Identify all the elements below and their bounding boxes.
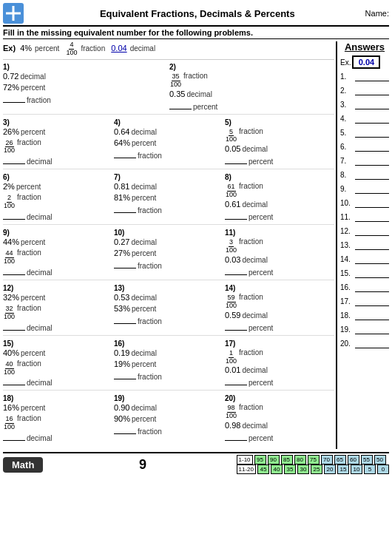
problem-num-5: 5) <box>225 118 334 126</box>
page-title: Equivalent Fractions, Decimals & Percent… <box>30 8 365 19</box>
score-table: 1-10 95 90 85 80 75 70 65 60 55 50 11-20… <box>237 455 389 474</box>
problem-block-14: 14) 59100fraction 0.59decimal percent <box>225 284 334 333</box>
p1-item3: fraction <box>3 94 168 104</box>
problem-num-1: 1) <box>3 63 168 71</box>
page: Equivalent Fractions, Decimals & Percent… <box>0 0 392 554</box>
ex-percent-type: percent <box>35 44 59 53</box>
p2-item2: 0.35 decimal <box>169 89 334 100</box>
footer: Math 9 1-10 95 90 85 80 75 70 65 60 55 5… <box>3 452 389 474</box>
ex-percent-val: 4% <box>20 44 32 53</box>
logo-icon <box>3 3 24 24</box>
ex-decimal-answer: 0.04 <box>111 44 126 53</box>
problem-block-9: 9) 44%percent 44100fraction decimal <box>3 229 112 277</box>
problem-block-18: 18) 16%percent 16100fraction decimal <box>3 394 112 443</box>
answers-title: Answers <box>340 41 389 53</box>
answer-ex-label: Ex. <box>340 58 351 67</box>
problem-block-20: 20) 98100fraction 0.98decimal percent <box>225 394 334 443</box>
problem-block-12: 12) 32%percent 32100fraction decimal <box>3 284 112 333</box>
problem-block-3: 3) 26%percent 26100fraction decimal <box>3 118 112 167</box>
problem-block-7: 7) 0.81decimal 81%percent fraction <box>114 173 223 222</box>
ex-decimal-type: decimal <box>130 44 155 53</box>
ex-fraction: 4 100 <box>65 41 78 57</box>
score-row-1: 1-10 95 90 85 80 75 70 65 60 55 50 <box>237 455 389 465</box>
answer-example-row: Ex. 0.04 <box>340 55 389 69</box>
answer-example-value: 0.04 <box>352 55 380 69</box>
problem-block-6: 6) 2%percent 2100fraction decimal <box>3 173 112 222</box>
problem-block-11: 11) 3100fraction 0.03decimal percent <box>225 229 334 277</box>
problem-block-4: 4) 0.64decimal 64%percent fraction <box>114 118 223 167</box>
page-number: 9 <box>49 457 236 473</box>
content-area: Ex) 4% percent 4 100 fraction 0.04 decim… <box>3 41 389 449</box>
problem-block-17: 17) 1100fraction 0.01decimal percent <box>225 340 334 388</box>
header: Equivalent Fractions, Decimals & Percent… <box>3 3 389 27</box>
instructions: Fill in the missing equivalent number fo… <box>3 28 389 39</box>
p1-item1: 0.72 decimal <box>3 72 168 82</box>
p2-item1: 35100 fraction <box>169 72 334 89</box>
problem-block-10: 10) 0.27decimal 27%percent fraction <box>114 229 223 277</box>
math-label: Math <box>3 457 43 473</box>
problem-block-5: 5) 5100fraction 0.05decimal percent <box>225 118 334 167</box>
problems-area: Ex) 4% percent 4 100 fraction 0.04 decim… <box>3 41 336 449</box>
example-label: Ex) <box>3 44 16 53</box>
name-label: Name: <box>365 9 389 18</box>
p1-item2: 72% percent <box>3 83 168 93</box>
problem-num-4: 4) <box>114 118 223 126</box>
problem-block-2: 2) 35100 fraction 0.35 decimal percent <box>169 63 334 112</box>
problem-block-19: 19) 0.90decimal 90%percent fraction <box>114 394 223 443</box>
answers-area: Answers Ex. 0.04 1. 2. 3. 4. 5. 6. 7. 8.… <box>336 41 389 449</box>
problem-num-3: 3) <box>3 118 112 126</box>
score-row-2: 11-20 45 40 35 30 25 20 15 10 5 0 <box>237 465 389 474</box>
problem-block-1: 1) 0.72 decimal 72% percent fraction <box>3 63 168 112</box>
ex-fraction-type: fraction <box>81 44 105 53</box>
problem-block-13: 13) 0.53decimal 53%percent fraction <box>114 284 223 333</box>
problem-block-16: 16) 0.19decimal 19%percent fraction <box>114 340 223 388</box>
problem-block-15: 15) 40%percent 40100fraction decimal <box>3 340 112 388</box>
problem-num-2: 2) <box>169 63 334 71</box>
p2-item3: percent <box>169 101 334 111</box>
problem-block-8: 8) 61100fraction 0.61decimal percent <box>225 173 334 222</box>
